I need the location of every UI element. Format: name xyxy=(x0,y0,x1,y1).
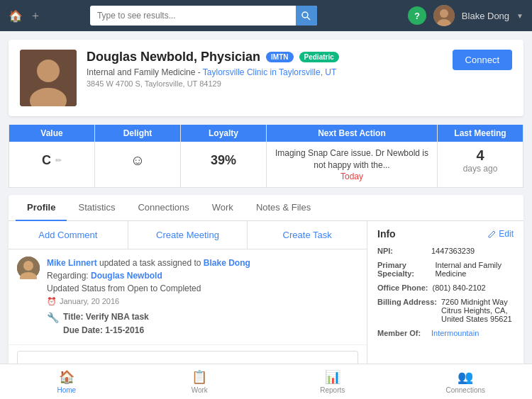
loyalty-pct: 39% xyxy=(211,153,236,168)
activity-time: ⏰ January, 20 2016 xyxy=(47,297,358,306)
activity-user-link[interactable]: Mike Linnert xyxy=(47,258,97,268)
home-nav-icon: 🏠 xyxy=(59,369,74,385)
svg-line-1 xyxy=(307,17,310,20)
create-task-button[interactable]: Create Task xyxy=(248,221,367,249)
svg-point-3 xyxy=(440,9,448,18)
bottom-nav: 🏠 Home 📋 Work 📊 Reports 👥 Connections xyxy=(0,364,532,399)
bottom-nav-work[interactable]: 📋 Work xyxy=(133,364,267,399)
work-nav-icon: 📋 xyxy=(192,369,207,385)
info-npi: NPI: 1447363239 xyxy=(377,247,514,255)
tabs-section: Profile Statistics Connections Work Note… xyxy=(9,195,523,221)
search-button[interactable] xyxy=(296,6,317,26)
profile-specialty: Internal and Family Medicine - Taylorsvi… xyxy=(87,67,512,77)
search-input[interactable] xyxy=(90,6,317,26)
metrics-row: Value C ✏ Delight ☺ Loyalty 39% Next Bes… xyxy=(9,125,523,188)
home-icon[interactable]: 🏠 xyxy=(9,9,23,23)
metric-value-header: Value xyxy=(9,125,94,142)
add-comment-button[interactable]: Add Comment xyxy=(9,221,128,249)
reports-nav-icon: 📊 xyxy=(325,369,340,385)
metric-nba: Next Best Action Imaging Snap Care issue… xyxy=(267,125,438,187)
phone-label: Office Phone: xyxy=(377,283,428,292)
profile-name: Douglas Newbold, Physician IMTN Pediatri… xyxy=(87,50,512,64)
clock-icon: ⏰ xyxy=(47,297,57,306)
primary-label: Primary Specialty: xyxy=(377,261,431,278)
plus-icon[interactable]: ＋ xyxy=(30,9,41,23)
activity-assignee-link[interactable]: Blake Dong xyxy=(204,258,250,268)
action-bar: Add Comment Create Meeting Create Task xyxy=(9,221,367,249)
metric-delight: Delight ☺ xyxy=(95,125,181,187)
profile-card: Douglas Newbold, Physician IMTN Pediatri… xyxy=(9,40,523,116)
member-label: Member Of: xyxy=(377,329,427,337)
left-panel: Add Comment Create Meeting Create Task M… xyxy=(9,221,367,376)
bottom-nav-home[interactable]: 🏠 Home xyxy=(0,364,133,399)
create-meeting-button[interactable]: Create Meeting xyxy=(128,221,248,249)
metric-value-body: C ✏ xyxy=(9,142,94,179)
tab-profile[interactable]: Profile xyxy=(16,195,67,221)
metric-last-header: Last Meeting xyxy=(438,125,523,142)
task-info: Title: Verify NBA task Due Date: 1-15-20… xyxy=(63,310,149,337)
activity-regarding-link[interactable]: Douglas Newbold xyxy=(91,271,162,281)
connect-button[interactable]: Connect xyxy=(453,50,512,70)
svg-point-6 xyxy=(37,60,60,82)
activity-body: Mike Linnert updated a task assigned to … xyxy=(47,257,358,337)
nba-date: Today xyxy=(340,172,363,181)
delight-icon: ☺ xyxy=(131,152,145,169)
metric-nba-body: Imaging Snap Care issue. Dr Newbold is n… xyxy=(267,142,437,187)
value-edit-icon[interactable]: ✏ xyxy=(55,156,62,165)
tab-notes[interactable]: Notes & Files xyxy=(245,195,322,221)
billing-label: Billing Address: xyxy=(377,298,437,323)
nav-right: ? Blake Dong ▼ xyxy=(408,5,523,26)
wrench-icon: 🔧 xyxy=(47,312,59,323)
connections-nav-label: Connections xyxy=(445,386,485,394)
activity-text: Mike Linnert updated a task assigned to … xyxy=(47,257,358,295)
reports-nav-label: Reports xyxy=(320,386,345,394)
bottom-nav-reports[interactable]: 📊 Reports xyxy=(266,364,399,399)
last-days-label: days ago xyxy=(463,164,498,174)
right-panel: Info Edit NPI: 1447363239 Primary Specia… xyxy=(367,221,523,376)
clinic-link[interactable]: Taylorsville Clinic in Taylorsville, UT xyxy=(203,67,337,77)
activity-avatar xyxy=(17,257,40,279)
tab-statistics[interactable]: Statistics xyxy=(67,195,126,221)
info-member: Member Of: Intermountain xyxy=(377,329,514,337)
tabs-bar: Profile Statistics Connections Work Note… xyxy=(9,195,523,221)
metric-nba-header: Next Best Action xyxy=(267,125,437,142)
last-days: 4 xyxy=(476,147,484,164)
badge-pediatric: Pediatric xyxy=(299,52,339,62)
svg-point-0 xyxy=(302,12,308,18)
bottom-nav-connections[interactable]: 👥 Connections xyxy=(399,364,533,399)
nba-text: Imaging Snap Care issue. Dr Newbold is n… xyxy=(270,147,434,172)
profile-info: Douglas Newbold, Physician IMTN Pediatri… xyxy=(87,50,512,88)
work-nav-label: Work xyxy=(192,386,208,394)
svg-point-9 xyxy=(23,261,33,271)
metric-last-body: 4 days ago xyxy=(438,142,523,179)
info-title: Info xyxy=(377,228,396,240)
task-detail: 🔧 Title: Verify NBA task Due Date: 1-15-… xyxy=(47,310,358,337)
dropdown-icon[interactable]: ▼ xyxy=(516,12,523,20)
info-header: Info Edit xyxy=(377,228,514,240)
npi-label: NPI: xyxy=(377,247,427,255)
connections-nav-icon: 👥 xyxy=(458,369,473,385)
tab-connections[interactable]: Connections xyxy=(126,195,200,221)
info-phone: Office Phone: (801) 840-2102 xyxy=(377,283,514,292)
metric-loyalty-body: 39% xyxy=(181,142,266,179)
top-nav: 🏠 ＋ ? Blake Dong ▼ xyxy=(0,0,532,31)
metric-loyalty-header: Loyalty xyxy=(181,125,266,142)
metric-value: Value C ✏ xyxy=(9,125,95,187)
content-area: Add Comment Create Meeting Create Task M… xyxy=(9,221,523,376)
billing-value: 7260 Midnight Way Citrus Heights, CA, Un… xyxy=(441,298,512,323)
activity-item: Mike Linnert updated a task assigned to … xyxy=(9,249,367,345)
member-link[interactable]: Intermountain xyxy=(431,329,479,337)
search-container xyxy=(90,6,317,26)
edit-link[interactable]: Edit xyxy=(488,229,514,239)
value-score: C xyxy=(42,153,51,168)
info-billing: Billing Address: 7260 Midnight Way Citru… xyxy=(377,298,514,323)
user-name: Blake Dong xyxy=(462,11,509,21)
metric-loyalty: Loyalty 39% xyxy=(181,125,267,187)
tab-work[interactable]: Work xyxy=(201,195,245,221)
help-button[interactable]: ? xyxy=(408,6,426,25)
primary-value: Internal and Family Medicine xyxy=(435,261,514,278)
badge-imtn: IMTN xyxy=(266,52,293,62)
profile-photo xyxy=(20,50,77,106)
profile-address: 3845 W 4700 S, Taylorsville, UT 84129 xyxy=(87,79,512,88)
metric-last-meeting: Last Meeting 4 days ago xyxy=(438,125,523,187)
